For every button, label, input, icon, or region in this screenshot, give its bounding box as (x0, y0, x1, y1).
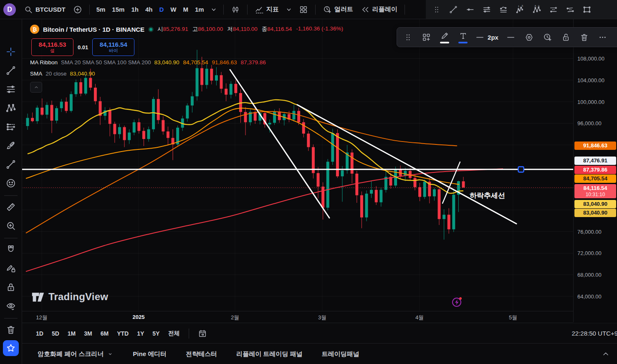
range-1Y[interactable]: 1Y (133, 327, 148, 340)
delete-drawing-button[interactable] (575, 29, 593, 46)
line-width-button[interactable]: 2px (472, 29, 501, 46)
time-axis[interactable]: 12월20252월3월4월5월 (22, 311, 573, 323)
clock[interactable]: 22:28:50 UTC+9 (572, 330, 617, 337)
ruler-tool-button[interactable] (3, 199, 19, 215)
user-avatar[interactable]: D (3, 3, 16, 16)
trend-line-tool-button[interactable] (3, 63, 19, 78)
calendar-icon (198, 329, 207, 338)
fib-lines-icon (5, 84, 16, 95)
range-1M[interactable]: 1M (63, 327, 80, 340)
parallel-lines-tool-button[interactable] (478, 2, 495, 18)
remove-drawings-icon (5, 324, 16, 335)
add-alert-button[interactable] (538, 29, 556, 46)
indicator-values: 83,040.9084,705.5491,846.6387,379.86 (154, 60, 269, 66)
sell-button[interactable]: 84,116.53 셀 (31, 38, 73, 56)
trash-icon (579, 33, 589, 42)
interval-15m[interactable]: 15m (109, 3, 128, 16)
crosshair-tool-button[interactable] (3, 44, 19, 60)
brush-tool-button[interactable] (3, 138, 19, 154)
toolbar-drag-handle[interactable] (399, 29, 417, 46)
drawing-handle[interactable] (518, 167, 524, 172)
templates-button[interactable] (417, 29, 435, 46)
sma-legend-row[interactable]: SMA 20 close 83,040.90 (30, 71, 270, 77)
panel-expand-icon[interactable] (601, 349, 610, 359)
disjoint-channel-tool-button[interactable] (495, 2, 512, 18)
bottom-tab[interactable]: Pine 에디터 (133, 350, 167, 358)
interval-1h[interactable]: 1h (128, 3, 142, 16)
abcd-pattern-tool-button[interactable]: AC (528, 2, 545, 18)
interval-4h[interactable]: 4h (142, 3, 156, 16)
hide-drawings-tool-button[interactable] (3, 298, 19, 314)
go-to-date-button[interactable] (194, 326, 211, 341)
replay-button[interactable]: 리플레이 (357, 3, 401, 17)
lock-drawing-button[interactable] (556, 29, 575, 46)
indicators-label: 지표 (266, 5, 279, 13)
xabcd-pattern-tool-button[interactable] (3, 100, 19, 116)
time-tick: 2025 (133, 314, 145, 320)
magnet-tool-button[interactable] (3, 242, 19, 258)
compare-add-button[interactable] (69, 3, 86, 17)
chart-style-button[interactable] (227, 3, 244, 17)
text-color-button[interactable] (454, 29, 472, 46)
sloped-channel-tool-button[interactable] (562, 2, 579, 18)
forecast-tool-button[interactable] (3, 119, 19, 135)
alert-button[interactable]: 얼러트 (319, 3, 357, 17)
line-style-button[interactable] (501, 29, 520, 46)
remove-drawings-tool-button[interactable] (3, 322, 19, 338)
range-5Y[interactable]: 5Y (148, 327, 164, 340)
symbol-title[interactable]: Bitcoin / TetherUS · 1D · BINANCE (43, 26, 144, 33)
bottom-tab[interactable]: 암호화폐 페어 스크리너 (38, 350, 114, 358)
drag-handle-tool-button[interactable] (428, 2, 445, 18)
range-3M[interactable]: 3M (80, 327, 96, 340)
lock-all-tool-button[interactable] (3, 279, 19, 295)
interval-5m[interactable]: 5m (93, 3, 109, 16)
interval-1m[interactable]: 1m (192, 3, 207, 16)
trendline-label[interactable]: 하락추세선 (470, 192, 505, 200)
interval-W[interactable]: W (167, 3, 180, 16)
range-6M[interactable]: 6M (96, 327, 113, 340)
tradingview-glyph-icon (31, 291, 45, 303)
text-tool-tool-button[interactable] (3, 157, 19, 172)
range-1D[interactable]: 1D (32, 327, 48, 340)
zoom-in-tool-button[interactable] (3, 218, 19, 234)
toolbar-divider (4, 318, 18, 318)
interval-M[interactable]: M (180, 3, 192, 16)
fib-lines-tool-button[interactable] (3, 81, 19, 97)
more-options-button[interactable] (593, 29, 612, 46)
symbol-search-button[interactable]: BTCUSDT (20, 3, 69, 17)
indicators-button[interactable]: 지표 (251, 3, 283, 17)
interval-menu-button[interactable] (207, 3, 220, 17)
range-YTD[interactable]: YTD (113, 327, 133, 340)
indicator-templates-button[interactable] (283, 3, 295, 17)
rectangle-tool-button[interactable] (579, 2, 595, 18)
ma-ribbon-legend-row[interactable]: MA Ribbon SMA 20 SMA 50 SMA 100 SMA 200 … (30, 60, 270, 66)
brush-icon (5, 140, 16, 151)
trend-line-tool-button[interactable] (445, 2, 462, 18)
price-axis[interactable]: 108,000.00104,000.00100,000.0096,000.007… (573, 19, 617, 322)
tradingview-logo[interactable]: TradingView (31, 291, 108, 303)
bottom-tab[interactable]: 리플레이 트레이딩 패널 (236, 350, 302, 358)
interval-D[interactable]: D (156, 3, 167, 16)
drawing-lock-tool-button[interactable] (3, 260, 19, 276)
bottom-tab[interactable]: 전략테스터 (186, 350, 217, 358)
price-tick: 108,000.00 (577, 56, 604, 62)
horizontal-ray-tool-button[interactable] (462, 2, 478, 18)
realtime-data-icon[interactable] (451, 296, 463, 308)
line-color-button[interactable] (435, 29, 454, 46)
favorites-star-button[interactable] (3, 340, 19, 356)
flat-top-channel-tool-button[interactable] (545, 2, 562, 18)
legend-collapse-button[interactable] (30, 82, 42, 93)
xabcd-pattern-icon (5, 103, 16, 114)
range-전체[interactable]: 전체 (164, 327, 184, 340)
elliott-impulse-15-icon: 15 (516, 5, 525, 14)
buy-button[interactable]: 84,116.54 바이 (92, 38, 134, 56)
emoji-tool-button[interactable] (3, 175, 19, 191)
settings-button[interactable] (520, 29, 538, 46)
bottom-tab-label: 암호화폐 페어 스크리너 (38, 350, 104, 358)
trendline-drawing[interactable] (297, 105, 516, 224)
elliott-impulse-15-tool-button[interactable]: 15 (512, 2, 528, 18)
range-5D[interactable]: 5D (48, 327, 63, 340)
market-status-icon[interactable] (148, 27, 154, 32)
layout-grid-button[interactable] (295, 3, 312, 17)
bottom-tab[interactable]: 트레이딩패널 (322, 350, 359, 358)
